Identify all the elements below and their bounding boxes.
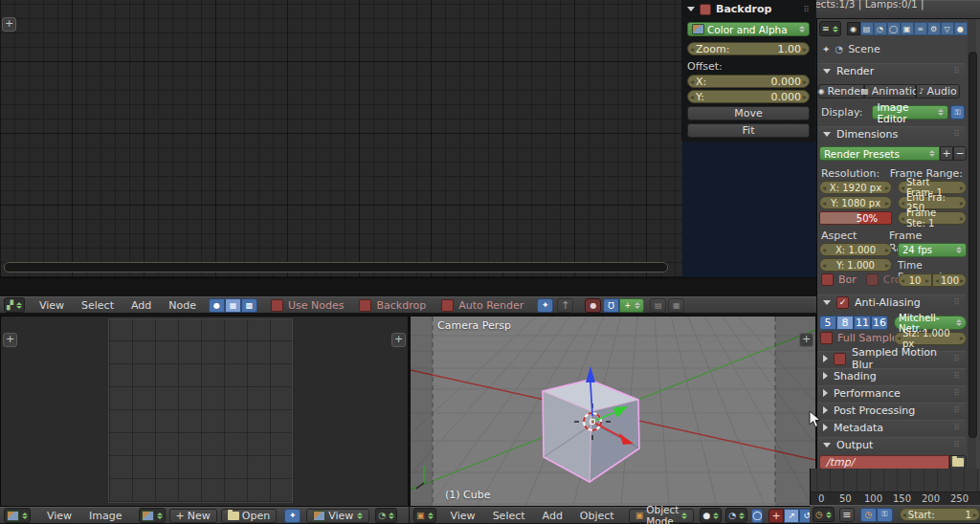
post-processing-panel-header[interactable]: Post Processing ⠿ bbox=[817, 403, 966, 417]
backdrop-label[interactable]: Backdrop bbox=[376, 299, 426, 312]
frame-start-slider[interactable]: Start: 1 bbox=[900, 508, 980, 521]
browse-output-button[interactable] bbox=[949, 455, 967, 469]
snap-node-icon-button[interactable]: ● bbox=[585, 298, 601, 313]
remap-old-field[interactable]: 10 bbox=[898, 273, 932, 287]
resolution-percentage-slider[interactable]: 50% bbox=[819, 211, 892, 225]
pivot-point-dropdown[interactable]: ◔ bbox=[725, 508, 747, 523]
drag-dots-icon[interactable]: ⠿ bbox=[953, 129, 960, 139]
compositing-nodes-toggle[interactable]: ▦ bbox=[225, 298, 241, 313]
constraints-context-tab[interactable]: ∞ bbox=[914, 22, 927, 35]
backdrop-move-button[interactable]: Move bbox=[687, 106, 810, 120]
remap-new-field[interactable]: 100 bbox=[932, 273, 967, 287]
expand-region-button[interactable]: + bbox=[3, 333, 17, 347]
modifiers-context-tab[interactable]: ⚙ bbox=[927, 22, 941, 35]
menu-add[interactable]: Add bbox=[534, 510, 571, 522]
backdrop-channel-dropdown[interactable]: Color and Alpha bbox=[687, 22, 810, 36]
collapse-triangle-icon[interactable] bbox=[823, 69, 831, 74]
full-sample-checkbox[interactable] bbox=[820, 332, 833, 344]
use-nodes-checkbox[interactable] bbox=[271, 299, 283, 312]
world-context-tab[interactable]: ◯ bbox=[887, 22, 901, 35]
render-presets-dropdown[interactable]: Render Presets bbox=[819, 146, 940, 161]
backdrop-offset-x-field[interactable]: X: 0.000 bbox=[687, 75, 810, 88]
editor-type-selector-timeline[interactable]: ◷ bbox=[813, 507, 835, 522]
menu-node[interactable]: Node bbox=[160, 299, 205, 312]
pivot-dropdown[interactable]: ◔ bbox=[375, 508, 397, 523]
full-sample-label[interactable]: Full Sample bbox=[837, 332, 899, 344]
menu-view[interactable]: View bbox=[31, 299, 73, 312]
border-label[interactable]: Bor bbox=[838, 273, 857, 286]
drag-dots-icon[interactable]: ⠿ bbox=[803, 5, 810, 14]
output-path-field[interactable]: /tmp/ bbox=[819, 455, 949, 469]
snap-toggle[interactable]: Ω bbox=[603, 298, 619, 313]
pivot-align-toggle[interactable]: ◯ bbox=[751, 509, 763, 523]
panel-checkbox-icon[interactable] bbox=[700, 4, 711, 15]
pin-toggle[interactable]: ✦ bbox=[537, 298, 553, 313]
menu-view[interactable]: View bbox=[442, 510, 484, 522]
texture-nodes-toggle[interactable]: ▩ bbox=[241, 298, 257, 313]
resolution-x-field[interactable]: X: 1920 px bbox=[819, 181, 892, 194]
backdrop-offset-y-field[interactable]: Y: 0.000 bbox=[687, 90, 810, 103]
collapse-triangle-icon[interactable] bbox=[823, 132, 831, 137]
expand-triangle-icon[interactable] bbox=[823, 389, 828, 397]
backdrop-zoom-slider[interactable]: Zoom: 1.00 bbox=[687, 42, 810, 55]
expand-triangle-icon[interactable] bbox=[823, 424, 828, 431]
collapse-triangle-icon[interactable] bbox=[823, 443, 831, 448]
lock-frame-toggle[interactable]: ⚿ bbox=[877, 508, 893, 522]
motion-blur-checkbox[interactable] bbox=[834, 353, 846, 365]
expand-triangle-icon[interactable] bbox=[823, 372, 828, 380]
editor-type-selector-3dview[interactable]: ▣ bbox=[413, 508, 436, 523]
menu-image[interactable]: Image bbox=[80, 510, 130, 522]
render-button[interactable]: ◉ Render bbox=[818, 84, 864, 98]
material-context-tab[interactable]: ● bbox=[954, 22, 968, 35]
aa-samples-8-button[interactable]: 8 bbox=[836, 316, 854, 330]
aa-samples-11-button[interactable]: 11 bbox=[854, 316, 871, 330]
auto-render-label[interactable]: Auto Render bbox=[458, 299, 523, 312]
anti-aliasing-checkbox[interactable]: ✓ bbox=[836, 296, 849, 309]
remove-preset-button[interactable]: − bbox=[953, 146, 967, 161]
shader-nodes-toggle[interactable]: ● bbox=[209, 298, 225, 313]
drag-dots-icon[interactable]: ⠿ bbox=[953, 297, 960, 307]
drag-dots-icon[interactable]: ⠿ bbox=[953, 371, 960, 381]
resolution-y-field[interactable]: Y: 1080 px bbox=[819, 196, 892, 209]
border-checkbox[interactable] bbox=[821, 273, 834, 286]
expand-region-button[interactable]: + bbox=[799, 333, 813, 347]
timeline-frame-area[interactable] bbox=[816, 469, 980, 491]
render-layers-context-tab[interactable]: ▤ bbox=[860, 22, 874, 35]
editor-type-selector-node[interactable]: ▞ bbox=[4, 297, 25, 313]
menu-object[interactable]: Object bbox=[571, 510, 623, 522]
menu-select[interactable]: Select bbox=[73, 299, 122, 312]
aa-samples-5-button[interactable]: 5 bbox=[819, 316, 836, 330]
vertical-scrollbar-thumb[interactable] bbox=[969, 52, 977, 438]
animation-button[interactable]: ▦ Animatio bbox=[864, 84, 916, 98]
backdrop-checkbox[interactable] bbox=[359, 299, 371, 312]
pin-icon[interactable]: ✦ bbox=[822, 44, 830, 55]
aspect-y-field[interactable]: Y: 1.000 bbox=[819, 258, 892, 272]
object-data-context-tab[interactable]: ▽ bbox=[941, 22, 954, 35]
manipulator-toggle[interactable]: + bbox=[768, 509, 784, 523]
node-editor-canvas[interactable]: + Backdrop ⠿ Color and Alpha Zoom: 1.00 … bbox=[0, 0, 816, 278]
timeline-ruler[interactable]: 0 50 100 150 200 250 bbox=[811, 491, 980, 506]
dimensions-panel-header[interactable]: Dimensions ⠿ bbox=[817, 126, 966, 141]
paste-nodes-button[interactable]: ▦ bbox=[668, 298, 684, 313]
expand-region-button[interactable]: + bbox=[2, 17, 16, 32]
render-panel-header[interactable]: Render ⠿ bbox=[817, 63, 966, 77]
timeline-menu-button[interactable]: ≡ bbox=[839, 508, 855, 522]
open-image-button[interactable]: Open bbox=[221, 509, 277, 523]
menu-select[interactable]: Select bbox=[484, 510, 534, 522]
3d-viewport[interactable]: Camera Persp (1) Cube + bbox=[410, 316, 816, 507]
mode-dropdown[interactable]: ▣ Object Mode bbox=[629, 509, 695, 523]
shading-panel-header[interactable]: Shading ⠿ bbox=[817, 368, 966, 382]
image-browse-button[interactable] bbox=[139, 508, 166, 523]
aa-size-field[interactable]: Siz: 1.000 px bbox=[894, 332, 967, 345]
menu-view[interactable]: View bbox=[38, 510, 80, 522]
viewport-shading-dropdown[interactable]: ● bbox=[700, 508, 722, 523]
expand-region-button[interactable]: + bbox=[391, 333, 406, 347]
object-context-tab[interactable]: ▣ bbox=[901, 22, 914, 35]
output-panel-header[interactable]: Output ⠿ bbox=[817, 437, 966, 451]
audio-button[interactable]: ♪ Audio bbox=[916, 84, 960, 98]
editor-type-selector-properties[interactable]: ≡ bbox=[819, 21, 841, 36]
expand-triangle-icon[interactable] bbox=[823, 406, 828, 414]
use-nodes-label[interactable]: Use Nodes bbox=[288, 299, 345, 312]
collapse-triangle-icon[interactable] bbox=[687, 7, 695, 11]
metadata-panel-header[interactable]: Metadata ⠿ bbox=[817, 420, 966, 434]
